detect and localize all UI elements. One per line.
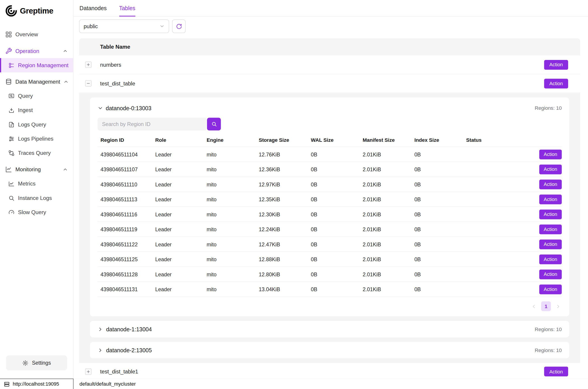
gear-icon	[22, 360, 29, 366]
manifest-size-cell: 2.01KiB	[359, 256, 411, 262]
chevron-right-icon	[98, 326, 103, 332]
role-cell: Leader	[152, 211, 204, 217]
index-size-cell: 0B	[411, 256, 463, 262]
sidebar-item-overview[interactable]: Overview	[0, 27, 73, 41]
region-table-row: 4398046511113 Leader mito 12.35KiB 0B 2.…	[98, 192, 562, 207]
wal-size-cell: 0B	[308, 166, 360, 172]
region-action-button[interactable]: Action	[539, 255, 562, 264]
region-id-cell: 4398046511128	[98, 271, 152, 277]
region-action-button[interactable]: Action	[539, 209, 562, 219]
datanode-bar[interactable]: datanode-2:13005 Regions: 10	[90, 342, 569, 358]
pagination-page-1[interactable]: 1	[541, 301, 551, 311]
toolbar: public	[79, 19, 580, 33]
tab-tables[interactable]: Tables	[119, 0, 135, 16]
storage-size-cell: 12.35KiB	[256, 196, 308, 202]
table-name: test_dist_table	[100, 80, 135, 87]
sidebar-item-slow-query[interactable]: Slow Query	[0, 205, 73, 219]
refresh-button[interactable]	[172, 19, 186, 33]
region-table-row: 4398046511119 Leader mito 12.24KiB 0B 2.…	[98, 222, 562, 237]
table-name: test_dist_table1	[100, 368, 138, 375]
region-search-input[interactable]	[98, 118, 206, 130]
region-id-cell: 4398046511104	[98, 151, 152, 157]
sidebar-item-label: Region Management	[18, 62, 68, 68]
sidebar-item-logs-query[interactable]: Logs Query	[0, 117, 73, 132]
column-header: Manifest Size	[359, 137, 411, 143]
index-size-cell: 0B	[411, 166, 463, 172]
sidebar-item-region-management[interactable]: Region Management	[0, 58, 73, 72]
region-search	[98, 118, 562, 130]
pagination-prev-icon[interactable]	[531, 303, 537, 309]
sidebar-item-ingest[interactable]: Ingest	[0, 103, 73, 117]
storage-size-cell: 12.47KiB	[256, 241, 308, 247]
wal-size-cell: 0B	[308, 256, 360, 262]
datanode-bar[interactable]: datanode-1:13004 Regions: 10	[90, 321, 569, 337]
region-table-row: 4398046511116 Leader mito 12.30KiB 0B 2.…	[98, 207, 562, 222]
sidebar-item-instance-logs[interactable]: Instance Logs	[0, 191, 73, 205]
manifest-size-cell: 2.01KiB	[359, 286, 411, 292]
pipelines-icon	[8, 135, 15, 142]
sidebar-item-query[interactable]: Query	[0, 89, 73, 103]
file-text-icon	[8, 121, 15, 128]
tab-bar: Datanodes Tables	[73, 0, 588, 16]
storage-size-cell: 12.80KiB	[256, 271, 308, 277]
table-action-button[interactable]: Action	[544, 367, 568, 376]
region-table-row: 4398046511128 Leader mito 12.80KiB 0B 2.…	[98, 267, 562, 282]
status-bar: http://localhost:19095 default/default_m…	[0, 379, 588, 389]
wal-size-cell: 0B	[308, 271, 360, 277]
endpoint-selector[interactable]: http://localhost:19095	[0, 379, 73, 389]
storage-size-cell: 12.30KiB	[256, 211, 308, 217]
column-header: Index Size	[411, 137, 463, 143]
table-action-button[interactable]: Action	[544, 60, 568, 69]
greptime-logo-icon	[5, 5, 17, 17]
storage-size-cell: 13.04KiB	[256, 286, 308, 292]
region-action-button[interactable]: Action	[539, 239, 562, 249]
expand-button[interactable]	[85, 368, 92, 375]
table-row: numbers Action	[79, 55, 580, 74]
role-cell: Leader	[152, 271, 204, 277]
sidebar-item-data-management[interactable]: Data Management	[0, 75, 73, 89]
sidebar-item-monitoring[interactable]: Monitoring	[0, 162, 73, 176]
region-id-cell: 4398046511116	[98, 211, 152, 217]
index-size-cell: 0B	[411, 151, 463, 157]
collapse-button[interactable]	[85, 80, 92, 87]
pagination-next-icon[interactable]	[555, 303, 561, 309]
database-select[interactable]: public	[79, 19, 169, 33]
sidebar-item-traces-query[interactable]: Traces Query	[0, 146, 73, 160]
cluster-name: default/default_mycluster	[73, 379, 588, 389]
tables-table: Table Name numbers Action	[79, 38, 580, 379]
manifest-size-cell: 2.01KiB	[359, 226, 411, 232]
region-table-row: 4398046511131 Leader mito 13.04KiB 0B 2.…	[98, 282, 562, 297]
chevron-up-icon	[64, 79, 69, 84]
sidebar-item-logs-pipelines[interactable]: Logs Pipelines	[0, 132, 73, 146]
column-header: Region ID	[98, 137, 152, 143]
region-action-button[interactable]: Action	[539, 269, 562, 279]
sidebar-item-label: Operation	[15, 48, 39, 54]
datanode-header[interactable]: datanode-0:13003 Regions: 10	[98, 103, 562, 112]
table-action-button[interactable]: Action	[544, 78, 568, 88]
index-size-cell: 0B	[411, 286, 463, 292]
region-management-icon	[8, 62, 15, 68]
manifest-size-cell: 2.01KiB	[359, 241, 411, 247]
region-action-button[interactable]: Action	[539, 224, 562, 234]
expanded-region-panel: datanode-0:13003 Regions: 10	[79, 93, 580, 363]
sidebar-item-label: Slow Query	[18, 209, 46, 215]
region-action-button[interactable]: Action	[539, 194, 562, 204]
region-action-button[interactable]: Action	[539, 164, 562, 174]
sidebar-item-operation[interactable]: Operation	[0, 44, 73, 58]
traces-icon	[8, 150, 15, 156]
sidebar-menu: Overview Operation Region Management	[0, 27, 73, 219]
region-table-row: 4398046511125 Leader mito 12.88KiB 0B 2.…	[98, 252, 562, 267]
chevron-down-icon[interactable]	[98, 105, 103, 111]
region-action-button[interactable]: Action	[539, 149, 562, 159]
search-button[interactable]	[207, 118, 221, 130]
plus-icon	[86, 63, 90, 67]
region-id-cell: 4398046511131	[98, 286, 152, 292]
expand-button[interactable]	[85, 62, 92, 68]
region-action-button[interactable]: Action	[539, 284, 562, 294]
region-action-button[interactable]: Action	[539, 179, 562, 189]
sidebar-item-label: Ingest	[18, 107, 33, 113]
tab-datanodes[interactable]: Datanodes	[80, 0, 107, 16]
datanode-name: datanode-1:13004	[106, 326, 152, 332]
settings-button[interactable]: Settings	[6, 356, 67, 371]
sidebar-item-metrics[interactable]: Metrics	[0, 176, 73, 191]
